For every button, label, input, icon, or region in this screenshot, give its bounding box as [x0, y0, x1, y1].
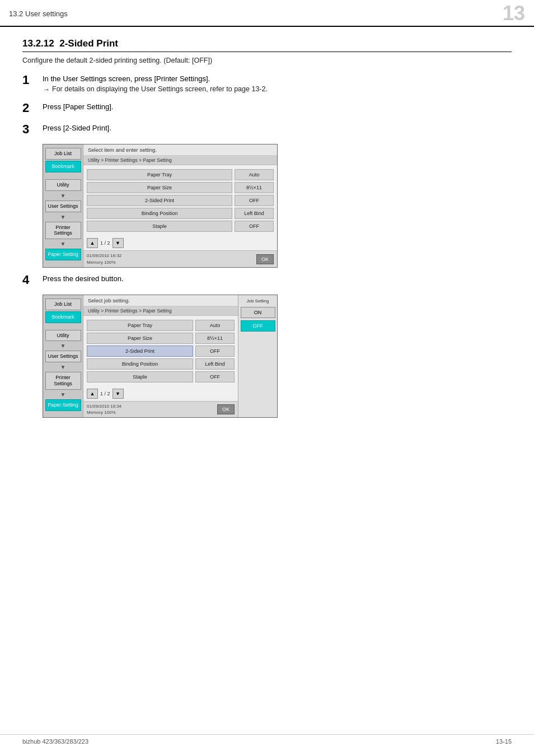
- screen2-container: Job List Bookmark Utility ▼ User Setting…: [43, 295, 512, 418]
- label-paper-size-1[interactable]: Paper Size: [87, 182, 232, 193]
- sidebar-bookmark-1[interactable]: Bookmark: [45, 161, 81, 172]
- label-binding-2[interactable]: Binding Position: [87, 358, 193, 370]
- step-1-sub: → For details on displaying the User Set…: [43, 85, 512, 94]
- step-2-content: Press [Paper Setting].: [43, 101, 512, 113]
- value-binding-1: Left Bind: [235, 208, 274, 219]
- sidebar-job-list-1[interactable]: Job List: [45, 148, 81, 160]
- sidebar-printer-settings-1[interactable]: Printer Settings: [45, 222, 81, 240]
- step-1-text: In the User Settings screen, press [Prin…: [43, 74, 512, 83]
- job-option-off[interactable]: OFF: [241, 320, 275, 332]
- step-4-text: Press the desired button.: [43, 274, 512, 283]
- row-2sided-1: 2-Sided Print OFF: [87, 195, 274, 206]
- value-binding-2: Left Bind: [195, 358, 235, 370]
- label-staple-2[interactable]: Staple: [87, 371, 193, 382]
- page-down-btn-2[interactable]: ▼: [113, 389, 124, 399]
- settings-list-1: Paper Tray Auto Paper Size 8½×11 2-Sided…: [83, 165, 277, 236]
- page-indicator-1: 1 / 2: [100, 240, 110, 246]
- datetime-2: 01/09/2010 16:34: [87, 403, 121, 409]
- value-paper-size-2: 8½×11: [195, 333, 235, 344]
- sidebar-utility-2[interactable]: Utility: [45, 330, 81, 342]
- sidebar-paper-setting-1[interactable]: Paper Setting: [45, 249, 81, 260]
- arrow-down-6: ▼: [60, 391, 66, 398]
- header-chapter: 13: [503, 3, 525, 24]
- footer-page: 13-15: [496, 738, 512, 745]
- step-1-number: 1: [22, 73, 43, 87]
- sidebar-user-settings-2[interactable]: User Settings: [45, 351, 81, 362]
- sidebar-1: Job List Bookmark Utility ▼ User Setting…: [43, 144, 83, 267]
- main-panel-1: Select item and enter setting. Utility >…: [83, 144, 277, 267]
- breadcrumb-1: Utility > Printer Settings > Paper Setti…: [83, 156, 277, 165]
- sidebar-user-settings-1[interactable]: User Settings: [45, 200, 81, 212]
- value-2sided-1: OFF: [235, 195, 274, 206]
- bottom-bar-1: 01/09/2010 16:32 Memory 100% OK: [83, 250, 277, 267]
- step-4-number: 4: [22, 273, 43, 287]
- sidebar-utility-1[interactable]: Utility: [45, 179, 81, 191]
- datetime-1: 01/09/2010 16:32: [87, 253, 121, 259]
- footer-product: bizhub 423/363/283/223: [22, 738, 88, 745]
- label-binding-1[interactable]: Binding Position: [87, 208, 232, 219]
- row-binding-1: Binding Position Left Bind: [87, 208, 274, 219]
- arrow-down-5: ▼: [60, 364, 66, 370]
- top-message-2: Select job setting.: [83, 295, 238, 306]
- pagination-row-1: ▲ 1 / 2 ▼: [83, 236, 277, 250]
- memory-2: Memory 100%: [87, 409, 121, 416]
- sidebar-job-list-2[interactable]: Job List: [45, 298, 81, 310]
- ok-button-2[interactable]: OK: [217, 404, 235, 414]
- arrow-down-1: ▼: [60, 193, 66, 199]
- arrow-down-2: ▼: [60, 214, 66, 220]
- row-paper-size-1: Paper Size 8½×11: [87, 182, 274, 193]
- section-description: Configure the default 2-sided printing s…: [22, 57, 512, 64]
- value-paper-tray-2: Auto: [195, 320, 235, 331]
- step-1: 1 In the User Settings screen, press [Pr…: [22, 73, 512, 94]
- row-staple-2: Staple OFF: [87, 371, 235, 382]
- label-staple-1[interactable]: Staple: [87, 221, 232, 232]
- page-down-btn-1[interactable]: ▼: [113, 238, 124, 248]
- label-paper-tray-2[interactable]: Paper Tray: [87, 320, 193, 331]
- arrow-down-3: ▼: [60, 241, 66, 247]
- bottom-info-1: 01/09/2010 16:32 Memory 100%: [87, 253, 121, 265]
- row-paper-tray-1: Paper Tray Auto: [87, 169, 274, 180]
- job-option-on[interactable]: ON: [241, 307, 275, 318]
- memory-1: Memory 100%: [87, 259, 121, 265]
- page-footer: bizhub 423/363/283/223 13-15: [0, 734, 534, 745]
- value-2sided-2: OFF: [195, 346, 235, 357]
- printer-screen-1: Job List Bookmark Utility ▼ User Setting…: [43, 144, 278, 267]
- sidebar-printer-settings-2[interactable]: Printer Settings: [45, 372, 81, 390]
- step-3: 3 Press [2-Sided Print].: [22, 123, 512, 136]
- label-paper-tray-1[interactable]: Paper Tray: [87, 169, 232, 180]
- sidebar-paper-setting-2[interactable]: Paper Setting: [45, 399, 81, 411]
- step-2: 2 Press [Paper Setting].: [22, 101, 512, 115]
- row-staple-1: Staple OFF: [87, 221, 274, 232]
- section-title: 13.2.12 2-Sided Print: [22, 38, 512, 52]
- step-3-content: Press [2-Sided Print].: [43, 123, 512, 134]
- page-up-btn-2[interactable]: ▲: [87, 389, 98, 399]
- value-paper-size-1: 8½×11: [235, 182, 274, 193]
- screen1-container: Job List Bookmark Utility ▼ User Setting…: [43, 144, 512, 267]
- top-message-1: Select item and enter setting.: [83, 144, 277, 156]
- bottom-info-2: 01/09/2010 16:34 Memory 100%: [87, 403, 121, 416]
- sidebar-bookmark-2[interactable]: Bookmark: [45, 311, 81, 323]
- ok-button-1[interactable]: OK: [256, 254, 274, 264]
- page-indicator-2: 1 / 2: [100, 391, 110, 396]
- settings-list-2: Paper Tray Auto Paper Size 8½×11 2-Sided…: [83, 316, 238, 386]
- page-up-btn-1[interactable]: ▲: [87, 238, 98, 248]
- label-2sided-2[interactable]: 2-Sided Print: [87, 346, 193, 357]
- content-area: 13.2.12 2-Sided Print Configure the defa…: [0, 27, 534, 446]
- label-paper-size-2[interactable]: Paper Size: [87, 333, 193, 344]
- job-setting-panel: Job Setting ON OFF: [238, 295, 277, 417]
- step-2-text: Press [Paper Setting].: [43, 102, 512, 111]
- step-3-number: 3: [22, 123, 43, 136]
- value-staple-2: OFF: [195, 371, 235, 382]
- steps-list: 1 In the User Settings screen, press [Pr…: [22, 73, 512, 418]
- breadcrumb-2: Utility > Printer Settings > Paper Setti…: [83, 306, 238, 316]
- value-paper-tray-1: Auto: [235, 169, 274, 180]
- step-3-text: Press [2-Sided Print].: [43, 124, 512, 132]
- main-panel-2: Select job setting. Utility > Printer Se…: [83, 295, 238, 417]
- header-section: 13.2 User settings: [9, 10, 68, 18]
- value-staple-1: OFF: [235, 221, 274, 232]
- label-2sided-1[interactable]: 2-Sided Print: [87, 195, 232, 206]
- row-2sided-2: 2-Sided Print OFF: [87, 346, 235, 357]
- step-1-content: In the User Settings screen, press [Prin…: [43, 73, 512, 94]
- step-1-subtext: For details on displaying the User Setti…: [52, 85, 268, 93]
- bottom-bar-2: 01/09/2010 16:34 Memory 100% OK: [83, 401, 238, 417]
